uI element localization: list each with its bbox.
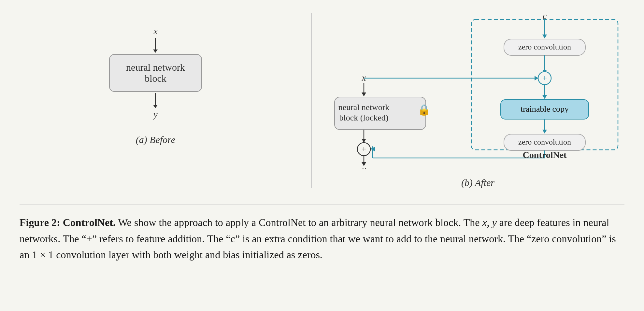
- figures-row: x neural network block y: [20, 13, 624, 188]
- svg-text:block (locked): block (locked): [339, 113, 389, 122]
- panel-divider: [311, 13, 312, 188]
- before-arrow-2: [153, 93, 158, 108]
- before-diagram-area: x neural network block y: [20, 13, 292, 126]
- after-svg: c zero convolution + trainable copy: [331, 13, 624, 169]
- svg-text:ControlNet: ControlNet: [523, 150, 567, 160]
- svg-text:trainable copy: trainable copy: [521, 104, 569, 114]
- svg-text:zero convolution: zero convolution: [518, 43, 571, 51]
- before-arrow-1: [153, 38, 158, 53]
- before-panel: x neural network block y: [20, 13, 292, 145]
- svg-marker-10: [542, 95, 547, 99]
- after-c-label: c: [543, 13, 547, 21]
- svg-marker-28: [362, 139, 366, 143]
- svg-marker-19: [362, 92, 366, 96]
- before-y-label: y: [153, 109, 157, 120]
- svg-text:+: +: [542, 73, 547, 83]
- before-caption: (a) Before: [136, 134, 175, 145]
- arrow-shaft: [155, 38, 156, 49]
- arrow-shaft-2: [155, 93, 156, 105]
- before-diagram: x neural network block y: [109, 13, 202, 126]
- svg-text:zero convolution: zero convolution: [518, 138, 571, 146]
- svg-text:+: +: [362, 144, 366, 154]
- svg-text:y: y: [361, 164, 366, 169]
- arrow-head-2: [153, 105, 158, 108]
- before-x-label: x: [153, 26, 157, 36]
- svg-marker-14: [542, 130, 547, 134]
- svg-text:x: x: [362, 73, 366, 83]
- arrow-head: [153, 49, 158, 53]
- after-panel: c zero convolution + trainable copy: [331, 13, 624, 188]
- figure-description-text: Figure 2: ControlNet. We show the approa…: [20, 215, 624, 263]
- svg-text:neural network: neural network: [338, 103, 390, 112]
- after-diagram-area: c zero convolution + trainable copy: [331, 13, 624, 169]
- svg-marker-25: [535, 76, 538, 80]
- svg-marker-2: [542, 35, 547, 38]
- svg-text:🔒: 🔒: [418, 104, 431, 116]
- figure-description: Figure 2: ControlNet. We show the approa…: [20, 205, 624, 263]
- before-nn-block: neural network block: [109, 54, 202, 92]
- after-caption: (b) After: [461, 177, 494, 188]
